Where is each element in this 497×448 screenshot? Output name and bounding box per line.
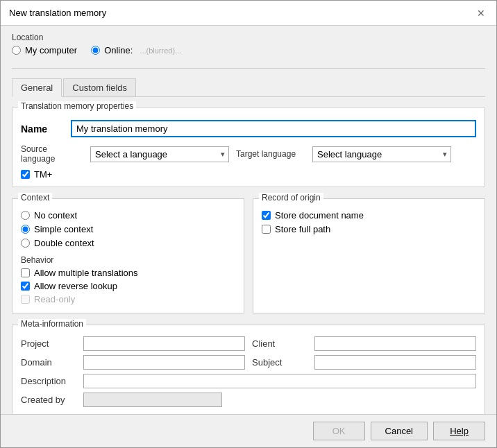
read-only-option: Read-only [21, 294, 235, 304]
online-label: Online: [104, 45, 133, 55]
ok-button[interactable]: OK [313, 422, 365, 440]
subject-input[interactable] [314, 355, 476, 370]
tm-plus-row: TM+ [21, 169, 476, 180]
target-language-label: Target language [236, 149, 305, 159]
source-language-select[interactable]: Select a language [90, 146, 229, 162]
behavior-title: Behavior [21, 255, 235, 265]
project-input[interactable] [83, 336, 245, 351]
source-language-label: Source language [21, 144, 83, 164]
created-by-row: Created by [21, 393, 476, 407]
online-value: ...(blurred)... [140, 46, 181, 55]
language-row: Source language Select a language Target… [21, 144, 476, 164]
domain-label: Domain [21, 357, 76, 368]
created-by-input [83, 393, 222, 407]
store-doc-name-checkbox[interactable] [262, 211, 271, 220]
client-input[interactable] [314, 336, 476, 351]
tab-bar: General Custom fields [12, 78, 485, 97]
title-bar: New translation memory ✕ [1, 1, 496, 26]
tm-plus-label[interactable]: TM+ [34, 169, 52, 180]
read-only-label: Read-only [34, 294, 75, 304]
two-col-section: Context No context Simple context Double… [12, 198, 485, 313]
location-section: Location My computer Online: ...(blurred… [12, 33, 485, 58]
allow-multiple-option[interactable]: Allow multiple translations [21, 268, 235, 278]
simple-context-option[interactable]: Simple context [21, 224, 235, 234]
allow-reverse-option[interactable]: Allow reverse lookup [21, 281, 235, 291]
double-context-option[interactable]: Double context [21, 238, 235, 248]
name-input[interactable] [71, 120, 476, 137]
my-computer-radio[interactable] [12, 46, 21, 55]
location-options: My computer Online: ...(blurred)... [12, 45, 485, 55]
project-label: Project [21, 338, 76, 349]
domain-input[interactable] [83, 355, 245, 370]
client-label: Client [252, 338, 308, 349]
help-button[interactable]: Help [433, 422, 485, 440]
location-label: Location [12, 33, 485, 42]
meta-grid: Project Client Domain Subject [21, 336, 476, 370]
context-title: Context [18, 193, 52, 203]
target-language-wrapper: Select language [312, 146, 451, 162]
store-full-path-checkbox[interactable] [262, 225, 271, 234]
dialog-window: New translation memory ✕ Location My com… [0, 0, 497, 448]
created-by-label: Created by [21, 395, 76, 405]
allow-multiple-checkbox[interactable] [21, 268, 30, 277]
read-only-checkbox [21, 295, 30, 304]
description-label: Description [21, 376, 76, 386]
subject-label: Subject [252, 357, 308, 368]
tm-properties-title: Translation memory properties [18, 101, 136, 111]
store-doc-name-label: Store document name [275, 210, 364, 221]
description-row: Description [21, 374, 476, 388]
name-row: Name [21, 120, 476, 137]
online-option[interactable]: Online: ...(blurred)... [91, 45, 181, 55]
context-options: No context Simple context Double context [21, 210, 235, 248]
double-context-radio[interactable] [21, 239, 30, 248]
no-context-option[interactable]: No context [21, 210, 235, 221]
behavior-section: Behavior Allow multiple translations All… [21, 255, 235, 304]
simple-context-label: Simple context [34, 224, 93, 234]
close-button[interactable]: ✕ [474, 6, 488, 20]
tm-plus-checkbox[interactable] [21, 170, 30, 179]
simple-context-radio[interactable] [21, 225, 30, 234]
store-full-path-label: Store full path [275, 224, 330, 234]
record-of-origin-title: Record of origin [259, 193, 323, 203]
target-language-select[interactable]: Select language [312, 146, 451, 162]
tab-general[interactable]: General [12, 78, 62, 97]
source-language-wrapper: Select a language [90, 146, 229, 162]
dialog-title: New translation memory [9, 8, 106, 18]
online-radio[interactable] [91, 46, 100, 55]
no-context-label: No context [34, 210, 77, 221]
double-context-label: Double context [34, 238, 94, 248]
my-computer-option[interactable]: My computer [12, 45, 77, 55]
allow-multiple-label: Allow multiple translations [34, 268, 138, 278]
tab-custom-fields[interactable]: Custom fields [63, 78, 136, 96]
no-context-radio[interactable] [21, 211, 30, 220]
name-label: Name [21, 123, 62, 135]
my-computer-label: My computer [25, 45, 77, 55]
dialog-footer: OK Cancel Help [1, 414, 496, 447]
meta-title: Meta-information [18, 319, 86, 329]
tm-properties-group: Translation memory properties Name Sourc… [12, 107, 485, 187]
cancel-button[interactable]: Cancel [371, 422, 428, 440]
record-of-origin-options: Store document name Store full path [262, 210, 476, 234]
store-doc-name-option[interactable]: Store document name [262, 210, 476, 221]
allow-reverse-checkbox[interactable] [21, 282, 30, 291]
dialog-content: Location My computer Online: ...(blurred… [1, 26, 496, 414]
meta-information-section: Meta-information Project Client Domain S… [12, 325, 485, 414]
left-column: Context No context Simple context Double… [12, 198, 244, 313]
allow-reverse-label: Allow reverse lookup [34, 281, 117, 291]
description-input[interactable] [83, 374, 476, 388]
store-full-path-option[interactable]: Store full path [262, 224, 476, 234]
right-column: Record of origin Store document name Sto… [253, 198, 485, 313]
